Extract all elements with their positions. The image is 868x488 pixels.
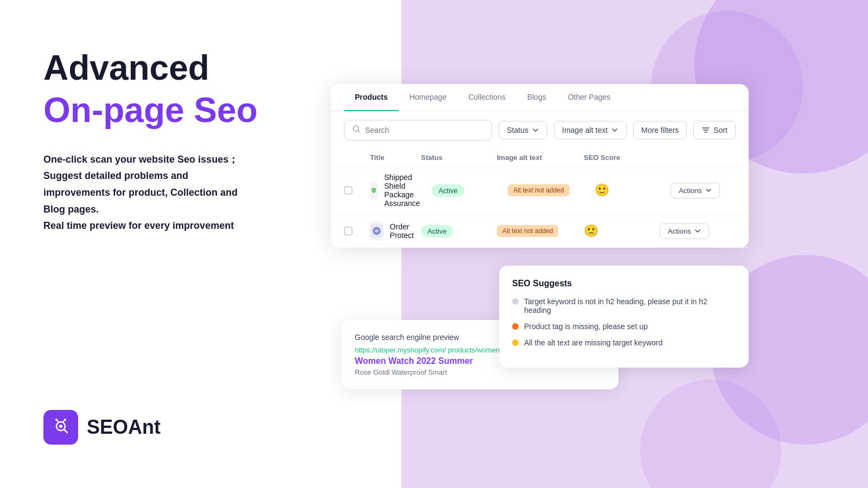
row2-alt-text: Alt text not added xyxy=(497,225,584,237)
order-protect-icon xyxy=(370,223,384,239)
search-input[interactable] xyxy=(365,126,484,134)
row2-alt-text-badge: Alt text not added xyxy=(497,225,558,237)
row1-checkbox[interactable] xyxy=(344,186,370,195)
search-icon xyxy=(352,125,361,136)
svg-point-6 xyxy=(64,419,66,421)
row2-status: Active xyxy=(421,225,497,237)
sort-icon xyxy=(701,126,710,134)
toolbar: Status Image alt text More filters Sort xyxy=(331,111,749,149)
seo-item-2: Product tag is missing, please set up xyxy=(512,322,736,331)
chevron-down-icon-3 xyxy=(705,187,712,194)
table-row: Order Protect Active Alt text not added … xyxy=(331,215,749,248)
image-alt-filter-button[interactable]: Image alt text xyxy=(554,121,627,139)
table-row: Shipped Shield Package Assurance Active … xyxy=(331,166,749,215)
seo-score-bad-icon: 🙁 xyxy=(584,224,598,237)
row2-checkbox[interactable] xyxy=(344,227,370,235)
row2-status-badge: Active xyxy=(421,225,453,237)
sort-label: Sort xyxy=(713,126,727,134)
svg-line-8 xyxy=(358,131,360,133)
col-checkbox xyxy=(344,153,370,162)
status-filter-label: Status xyxy=(507,126,528,134)
more-filters-label: More filters xyxy=(641,126,679,134)
row2-title: Order Protect xyxy=(390,222,421,240)
sort-button[interactable]: Sort xyxy=(693,121,736,139)
tab-homepage[interactable]: Homepage xyxy=(399,84,458,111)
tab-blogs[interactable]: Blogs xyxy=(516,84,557,111)
seo-suggests-card: SEO Suggests Target keyword is not in h2… xyxy=(499,266,749,368)
row1-actions-cell: Actions xyxy=(671,183,746,198)
chevron-down-icon-2 xyxy=(611,126,618,134)
search-box[interactable] xyxy=(344,120,492,140)
col-title: Title xyxy=(370,153,421,162)
table-header: Title Status Image alt text SEO Score xyxy=(331,149,749,166)
col-image-alt: Image alt text xyxy=(497,153,584,162)
row1-title-cell: Shipped Shield Package Assurance xyxy=(370,173,432,208)
tab-products[interactable]: Products xyxy=(344,84,399,111)
tab-other-pages[interactable]: Other Pages xyxy=(557,84,622,111)
row1-seo-score: 🙂 xyxy=(595,183,671,197)
logo-area: SEOAnt xyxy=(43,410,161,445)
image-alt-filter-label: Image alt text xyxy=(562,126,608,134)
row2-actions-button[interactable]: Actions xyxy=(660,223,709,239)
seo-item-1: Target keyword is not in h2 heading, ple… xyxy=(512,297,736,314)
desc-line5: Real time preview for every improvement xyxy=(43,220,234,231)
dot-yellow-icon xyxy=(512,339,519,346)
description: One-click scan your website Seo issues； … xyxy=(43,151,326,234)
chevron-down-icon xyxy=(532,126,539,134)
row2-actions-label: Actions xyxy=(668,227,691,235)
row1-status: Active xyxy=(432,184,508,197)
row1-actions-button[interactable]: Actions xyxy=(671,183,720,198)
logo-icon xyxy=(43,410,78,445)
chevron-down-icon-4 xyxy=(694,228,701,234)
svg-point-2 xyxy=(59,425,62,428)
status-filter-button[interactable]: Status xyxy=(499,121,547,139)
desc-line3: improvements for product, Collection and xyxy=(43,187,238,198)
tab-collections[interactable]: Collections xyxy=(457,84,516,111)
row1-status-badge: Active xyxy=(432,184,464,197)
row1-actions-label: Actions xyxy=(679,187,702,195)
col-status: Status xyxy=(421,153,497,162)
seo-item-3: All the alt text are missing target keyw… xyxy=(512,338,736,347)
headline-line1: Advanced xyxy=(43,49,326,87)
left-content: Advanced On-page Seo One-click scan your… xyxy=(43,49,326,267)
desc-line1: One-click scan your website Seo issues； xyxy=(43,154,238,165)
dot-orange-icon xyxy=(512,323,519,330)
svg-point-5 xyxy=(55,419,58,421)
tabs-container: Products Homepage Collections Blogs Othe… xyxy=(331,84,749,111)
seoant-logo-svg xyxy=(51,418,71,437)
row2-seo-score: 🙁 xyxy=(584,224,660,238)
col-seo-score: SEO Score xyxy=(584,153,660,162)
main-ui-card: Products Homepage Collections Blogs Othe… xyxy=(331,84,749,248)
svg-line-1 xyxy=(64,429,67,433)
desc-line4: Blog pages. xyxy=(43,204,99,215)
seo-suggests-title: SEO Suggests xyxy=(512,279,736,288)
more-filters-button[interactable]: More filters xyxy=(633,121,687,139)
row2-thumbnail xyxy=(370,221,384,241)
col-actions xyxy=(660,153,736,162)
row2-title-cell: Order Protect xyxy=(370,221,421,241)
row1-alt-text: Alt text not added xyxy=(508,184,595,196)
seo-score-good-icon: 🙂 xyxy=(595,183,609,197)
logo-text: SEOAnt xyxy=(87,416,161,439)
row2-actions-cell: Actions xyxy=(660,223,736,239)
row1-alt-text-badge: Alt text not added xyxy=(508,184,569,196)
row1-thumbnail xyxy=(370,181,378,200)
desc-line2: Suggest detailed problems and xyxy=(43,170,188,181)
row1-title: Shipped Shield Package Assurance xyxy=(384,173,432,208)
seo-item-1-text: Target keyword is not in h2 heading, ple… xyxy=(524,297,736,314)
headline-line2: On-page Seo xyxy=(43,91,326,129)
dot-gray-icon xyxy=(512,298,519,305)
shipped-shield-icon xyxy=(370,182,378,198)
google-preview-desc: Rose Goldl Waterproof Smart xyxy=(355,368,605,376)
seo-item-2-text: Product tag is missing, please set up xyxy=(524,322,648,331)
seo-item-3-text: All the alt text are missing target keyw… xyxy=(524,338,662,347)
